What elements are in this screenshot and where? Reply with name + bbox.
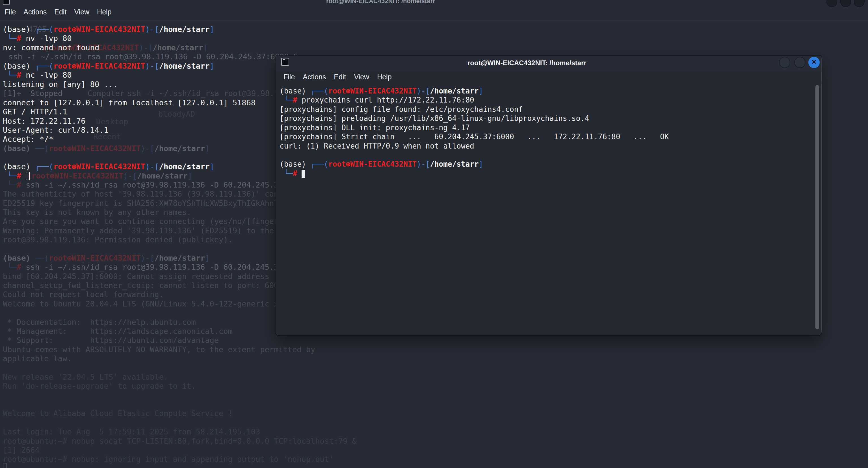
terminal-cursor xyxy=(302,170,305,178)
background-titlebar: root@WIN-EICAC432NIT: /home/starr xyxy=(0,0,868,5)
terminal-line: (base) ┌──(root⊛WIN-EICAC432NIT)-[/home/… xyxy=(3,25,214,34)
menu-view[interactable]: View xyxy=(74,8,89,16)
terminal-line: Last login: Tue Aug 5 17:59:11 2025 from… xyxy=(3,427,260,436)
terminal-line: connect to [127.0.0.1] from localhost [1… xyxy=(3,98,255,107)
terminal-line: Are you sure you want to continue connec… xyxy=(3,217,315,226)
terminal-line: └─# xyxy=(280,169,305,178)
menu-help[interactable]: Help xyxy=(97,8,111,16)
terminal-line: (base) ──(root⊛WIN-EICAC432NIT)-[/home/s… xyxy=(3,254,210,263)
terminal-line: root@39.98.119.136: Permission denied (p… xyxy=(3,235,232,244)
terminal-line: curl: (1) Received HTTP/0.9 when not all… xyxy=(280,141,474,151)
terminal-line xyxy=(3,463,7,468)
background-menubar: File Actions Edit View Help xyxy=(4,8,112,16)
terminal-line: (base) ┌──(root⊛WIN-EICAC432NIT)-[/home/… xyxy=(3,62,214,71)
terminal-line: listening on [any] 80 ... xyxy=(3,80,118,89)
maximize-button[interactable] xyxy=(794,57,806,68)
menu-help[interactable]: Help xyxy=(377,73,392,81)
terminal-line: channel_setup_fwd_listener_tcpip: cannot… xyxy=(3,281,283,290)
terminal-line: [proxychains] Strict chain ... 60.204.24… xyxy=(280,132,669,141)
terminal-line: This key is not known by any other names… xyxy=(3,208,191,217)
terminal-line: └─# ssh -i ~/.ssh/id_rsa root@39.98.119.… xyxy=(3,263,306,272)
terminal-line: Warning: Permanently added '39.98.119.13… xyxy=(3,226,297,235)
terminal-line: └─# nv -lvp 80 xyxy=(3,34,72,43)
terminal-line: root@ubuntu:~# nohup: ignoring input and… xyxy=(3,455,334,464)
menu-edit[interactable]: Edit xyxy=(54,8,66,16)
terminal-line: Welcome to Ubuntu 20.04.4 LTS (GNU/Linux… xyxy=(3,299,306,308)
menu-edit[interactable]: Edit xyxy=(334,73,346,81)
terminal-line: └─# proxychains curl http://172.22.11.76… xyxy=(280,96,474,104)
terminal-line: * Support: https://ubuntu.com/advantage xyxy=(3,336,219,345)
menu-view[interactable]: View xyxy=(354,73,369,81)
terminal-line: bloodyAD xyxy=(158,109,195,119)
terminal-line: Ubuntu comes with ABSOLUTELY NO WARRANTY… xyxy=(3,345,315,354)
terminal-line: Host: 172.22.11.76 xyxy=(3,116,86,126)
terminal-app-icon xyxy=(3,0,10,4)
terminal-line: * Management: https://landscape.canonica… xyxy=(3,327,232,336)
terminal-line: (root⊛WIN-EICAC432NIT)-[/home/starr] xyxy=(27,171,192,180)
terminal-line: └─# nc -lvp 80 xyxy=(3,71,72,80)
terminal-line: └─# ssh -i ~/.ssh/id_rsa root@39.98.119.… xyxy=(3,180,306,190)
terminal-line: [1]+ Stopped xyxy=(3,89,62,98)
terminal-line: (base) ┌──(root⊛WIN-EICAC432NIT)-[/home/… xyxy=(280,87,483,96)
terminal-line: New release '22.04.5 LTS' available. xyxy=(3,372,168,381)
menu-file[interactable]: File xyxy=(4,8,16,16)
terminal-line: User-Agent: curl/8.14.1 xyxy=(3,126,108,135)
terminal-line: (base) ┌──(root⊛WIN-EICAC432NIT)-[/home/… xyxy=(3,162,214,171)
background-window-title: root@WIN-EICAC432NIT: /home/starr xyxy=(326,0,435,5)
terminal-line: (base) ┌──(root⊛WIN-EICAC432NIT)-[/home/… xyxy=(280,160,483,169)
terminal-line: ED25519 key fingerprint is SHA256:XW78oY… xyxy=(3,199,278,208)
terminal-line: bind [60.204.245.37]:6000: Cannot assign… xyxy=(3,272,269,281)
terminal-line: Accept: */* xyxy=(3,135,54,144)
terminal-line: ssh -i ~/.ssh/id_rsa root@39.98.119.136 … xyxy=(8,52,298,61)
foreground-terminal-viewport: (base) ┌──(root⊛WIN-EICAC432NIT)-[/home/… xyxy=(276,56,822,335)
terminal-window-foreground: (base) ┌──(root⊛WIN-EICAC432NIT)-[/home/… xyxy=(276,56,822,335)
minimize-button[interactable] xyxy=(827,0,837,7)
terminal-line: [proxychains] DLL init: proxychains-ng 4… xyxy=(280,123,470,132)
foreground-window-title: root@WIN-EICAC432NIT: /home/starr xyxy=(467,59,587,67)
close-button[interactable] xyxy=(854,0,865,7)
terminal-line: Welcome to Alibaba Cloud Elastic Compute… xyxy=(3,409,232,418)
terminal-line: └─# xyxy=(3,171,30,180)
terminal-line: Computer xyxy=(88,89,124,98)
terminal-line: [1] 2664 xyxy=(3,446,39,455)
close-button[interactable]: ✕ xyxy=(808,57,820,68)
terminal-line: Run 'do-release-upgrade' to upgrade to i… xyxy=(3,381,196,391)
minimize-button[interactable] xyxy=(779,57,790,68)
terminal-line: * Documentation: https://help.ubuntu.com xyxy=(3,318,196,327)
terminal-line: Desktop xyxy=(96,117,128,126)
terminal-line: GET / HTTP/1.1 xyxy=(3,107,67,116)
maximize-button[interactable] xyxy=(840,0,851,7)
terminal-line: applicable law. xyxy=(3,354,72,363)
terminal-line: root@ubuntu:~# nohup socat TCP-LISTEN:80… xyxy=(3,437,357,446)
menu-file[interactable]: File xyxy=(283,73,295,81)
terminal-cursor xyxy=(3,463,7,468)
terminal-line: (base) ──(root⊛WIN-EICAC432NIT)-[/home/s… xyxy=(3,144,210,153)
terminal-line: nv: command not found xyxy=(3,43,99,52)
menubar-separator xyxy=(276,83,822,83)
scrollbar[interactable] xyxy=(815,85,819,329)
terminal-line: [proxychains] config file found: /etc/pr… xyxy=(280,105,523,114)
menu-actions[interactable]: Actions xyxy=(24,8,46,16)
terminal-cursor xyxy=(26,172,30,180)
terminal-icon-mark xyxy=(283,59,285,62)
foreground-menubar: File Actions Edit View Help xyxy=(283,73,392,81)
foreground-titlebar[interactable]: root@WIN-EICAC432NIT: /home/starr ✕ xyxy=(276,56,822,71)
menu-actions[interactable]: Actions xyxy=(303,73,326,81)
terminal-line: Could not request local forwarding. xyxy=(3,290,164,299)
terminal-app-icon xyxy=(281,58,289,66)
terminal-line: [proxychains] preloading /usr/lib/x86_64… xyxy=(280,114,589,123)
